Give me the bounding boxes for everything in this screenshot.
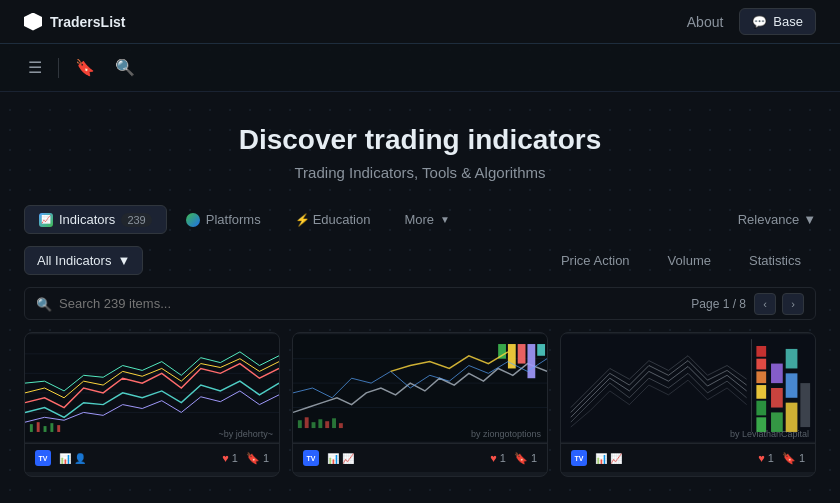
svg-rect-29 (756, 385, 766, 399)
card-2-logo: TV (303, 450, 319, 466)
statistics-tag[interactable]: Statistics (734, 247, 816, 274)
card-2-image: by ziongotoptions (293, 333, 547, 443)
prev-page-button[interactable]: ‹ (754, 293, 776, 315)
relevance-dropdown[interactable]: Relevance ▼ (738, 212, 816, 227)
filter-tabs-left: 📈 Indicators 239 Platforms ⚡ Education M… (24, 205, 465, 234)
relevance-label: Relevance (738, 212, 799, 227)
svg-rect-25 (339, 423, 343, 428)
bookmark-button[interactable]: 🔖 (71, 54, 99, 81)
svg-rect-21 (312, 422, 316, 428)
card-1[interactable]: ~by jdehorty~ TV 📊 👤 ♥ 1 🔖 1 (24, 332, 280, 477)
education-icon: ⚡ (295, 213, 307, 227)
search-container: 🔍 Page 1 / 8 ‹ › (24, 287, 816, 320)
card-3-footer-left: TV 📊 📈 (571, 450, 622, 466)
card-2-bookmarks-count: 1 (531, 452, 537, 464)
card-1-stats: ♥ 1 🔖 1 (222, 452, 269, 465)
card-1-chart (25, 333, 279, 443)
indicators-badge: 239 (121, 213, 151, 227)
bookmark-icon: 🔖 (246, 452, 260, 465)
card-2-stats: ♥ 1 🔖 1 (490, 452, 537, 465)
card-2-chart (293, 333, 547, 443)
card-1-attribution: ~by jdehorty~ (218, 429, 273, 439)
search-input-icon: 🔍 (36, 296, 52, 311)
card-1-footer-left: TV 📊 👤 (35, 450, 86, 466)
bookmark-icon-3: 🔖 (782, 452, 796, 465)
tab-more[interactable]: More ▼ (389, 205, 465, 234)
tab-indicators-label: Indicators (59, 212, 115, 227)
price-action-tag[interactable]: Price Action (546, 247, 645, 274)
about-link[interactable]: About (687, 14, 724, 30)
card-3-logo: TV (571, 450, 587, 466)
svg-rect-35 (786, 403, 798, 432)
card-3-bookmarks-count: 1 (799, 452, 805, 464)
card-3-bookmarks: 🔖 1 (782, 452, 805, 465)
tab-more-label: More (404, 212, 434, 227)
tab-education-label: Education (313, 212, 371, 227)
card-3-tool-icon: 📊 📈 (595, 453, 622, 464)
search-button[interactable]: 🔍 (111, 54, 139, 81)
svg-rect-8 (50, 423, 53, 432)
tab-education[interactable]: ⚡ Education (280, 205, 386, 234)
svg-rect-30 (756, 371, 766, 383)
svg-rect-28 (756, 401, 766, 416)
svg-rect-17 (527, 344, 535, 378)
navbar-left: TradersList (24, 13, 125, 31)
card-3-image: by LeviathanCapital (561, 333, 815, 443)
page-navigation: ‹ › (754, 293, 804, 315)
all-indicators-button[interactable]: All Indicators ▼ (24, 246, 143, 275)
menu-button[interactable]: ☰ (24, 54, 46, 81)
bookmark-icon-2: 🔖 (514, 452, 528, 465)
svg-rect-31 (756, 359, 766, 370)
heart-icon-3: ♥ (758, 452, 765, 464)
svg-rect-7 (44, 426, 47, 432)
card-3[interactable]: by LeviathanCapital TV 📊 📈 ♥ 1 🔖 (560, 332, 816, 477)
card-2-tool-icon: 📊 📈 (327, 453, 354, 464)
svg-rect-0 (25, 334, 279, 441)
card-2-logo-text: TV (307, 455, 316, 462)
svg-rect-36 (771, 388, 783, 408)
statistics-label: Statistics (749, 253, 801, 268)
svg-rect-39 (786, 349, 798, 369)
price-action-label: Price Action (561, 253, 630, 268)
main-content: All Indicators ▼ Price Action Volume Sta… (0, 234, 840, 489)
navbar: TradersList About 💬 Base (0, 0, 840, 44)
card-2-attribution: by ziongotoptions (471, 429, 541, 439)
card-2-footer: TV 📊 📈 ♥ 1 🔖 1 (293, 443, 547, 472)
tab-platforms[interactable]: Platforms (171, 205, 276, 234)
svg-rect-32 (756, 346, 766, 357)
toolbar-divider (58, 58, 59, 78)
tab-indicators[interactable]: 📈 Indicators 239 (24, 205, 167, 234)
all-indicators-chevron-icon: ▼ (117, 253, 130, 268)
base-button[interactable]: 💬 Base (739, 8, 816, 35)
card-2[interactable]: by ziongotoptions TV 📊 📈 ♥ 1 🔖 (292, 332, 548, 477)
all-indicators-label: All Indicators (37, 253, 111, 268)
card-1-logo: TV (35, 450, 51, 466)
relevance-chevron-icon: ▼ (803, 212, 816, 227)
svg-rect-38 (771, 364, 783, 384)
card-3-attribution: by LeviathanCapital (730, 429, 809, 439)
base-button-icon: 💬 (752, 15, 767, 29)
tab-platforms-label: Platforms (206, 212, 261, 227)
svg-rect-22 (318, 419, 322, 428)
hero-section: Discover trading indicators Trading Indi… (0, 92, 840, 205)
indicators-icon: 📈 (39, 213, 53, 227)
card-3-logo-text: TV (575, 455, 584, 462)
heart-icon: ♥ (222, 452, 229, 464)
volume-label: Volume (668, 253, 711, 268)
svg-rect-9 (57, 425, 60, 432)
heart-icon-2: ♥ (490, 452, 497, 464)
card-2-bookmarks: 🔖 1 (514, 452, 537, 465)
card-1-bookmarks: 🔖 1 (246, 452, 269, 465)
svg-rect-23 (325, 421, 329, 428)
volume-tag[interactable]: Volume (653, 247, 726, 274)
card-1-tool-icon: 📊 👤 (59, 453, 86, 464)
toolbar: ☰ 🔖 🔍 (0, 44, 840, 92)
logo-icon (24, 13, 42, 31)
card-3-likes: ♥ 1 (758, 452, 774, 464)
svg-rect-6 (37, 422, 40, 432)
hero-title: Discover trading indicators (24, 124, 816, 156)
svg-rect-20 (305, 417, 309, 428)
navbar-right: About 💬 Base (687, 8, 816, 35)
next-page-button[interactable]: › (782, 293, 804, 315)
svg-rect-37 (786, 373, 798, 397)
